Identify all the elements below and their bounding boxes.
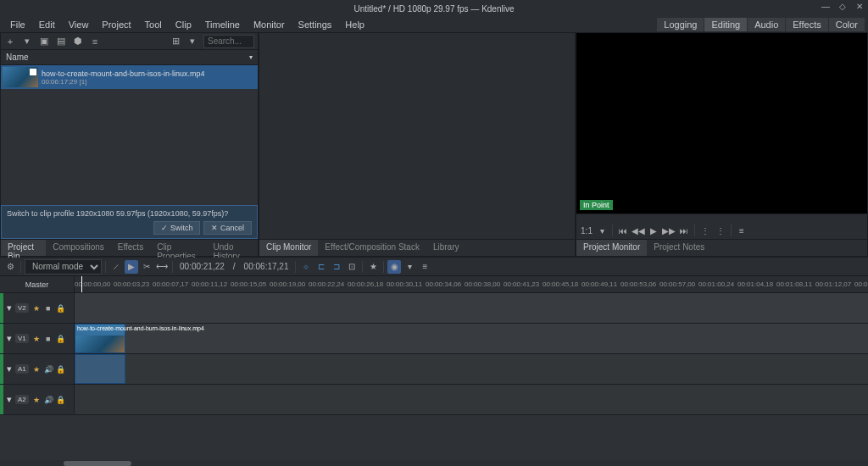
delete-icon[interactable]: ▤	[55, 36, 67, 47]
timecode-current[interactable]: 00:00:21,22	[176, 262, 228, 271]
mix-clips-icon[interactable]: ⟐	[299, 260, 313, 274]
timeline-ruler[interactable]: 00:00:00,00 00:00:03,23 00:00:07,17 00:0…	[75, 276, 868, 292]
tag-icon[interactable]: ⬢	[72, 36, 84, 47]
layout-logging[interactable]: Logging	[657, 18, 704, 31]
bin-column-header[interactable]: Name ▾	[1, 50, 258, 65]
menu-help[interactable]: Help	[338, 18, 371, 31]
lock-icon[interactable]: 🔒	[56, 335, 64, 343]
clip-monitor-view[interactable]	[259, 33, 575, 239]
skip-end-icon[interactable]: ⏭	[677, 224, 691, 237]
menu-icon[interactable]: ⋮	[698, 224, 712, 237]
tab-project-bin[interactable]: Project Bin	[1, 240, 46, 256]
hamburger-icon[interactable]: ≡	[418, 260, 431, 274]
list-icon[interactable]: ≡	[89, 36, 101, 47]
razor-tool-icon[interactable]: ✂	[140, 260, 153, 274]
timeline-scrollbar[interactable]	[0, 460, 868, 466]
edit-mode-select[interactable]: Normal mode	[25, 259, 102, 275]
add-clip-icon[interactable]: +	[4, 36, 16, 47]
clip-item[interactable]: how-to-create-mount-and-burn-isos-in-lin…	[1, 65, 258, 89]
mute-icon[interactable]: ■	[44, 304, 53, 313]
star-icon[interactable]: ★	[32, 335, 41, 343]
close-button[interactable]: ✕	[854, 2, 865, 11]
menu-file[interactable]: File	[3, 18, 32, 31]
tab-effect-stack[interactable]: Effect/Composition Stack	[318, 240, 426, 256]
rewind-icon[interactable]: ◀◀	[632, 224, 645, 237]
star-icon[interactable]: ★	[32, 396, 41, 404]
tab-project-notes[interactable]: Project Notes	[647, 240, 711, 256]
track-tool-icon[interactable]: ⟋	[109, 260, 123, 274]
speaker-icon[interactable]: 🔊	[44, 365, 53, 374]
track-content[interactable]	[75, 354, 868, 384]
forward-icon[interactable]: ▶▶	[662, 224, 676, 237]
tab-clip-properties[interactable]: Clip Properties	[150, 240, 206, 256]
mute-icon[interactable]: ■	[44, 335, 53, 343]
layout-audio[interactable]: Audio	[748, 18, 785, 31]
cancel-button[interactable]: ✕ Cancel	[203, 221, 252, 235]
tab-effects[interactable]: Effects	[111, 240, 150, 256]
selection-tool-icon[interactable]: ▶	[125, 260, 138, 274]
search-input[interactable]	[203, 35, 254, 48]
chevron-down-icon[interactable]: ▾	[595, 224, 609, 237]
menu-settings[interactable]: Settings	[292, 18, 339, 31]
minimize-button[interactable]: —	[821, 2, 831, 11]
menu-edit[interactable]: Edit	[32, 18, 62, 31]
track-header[interactable]: ▾ A2 ★ 🔊 🔒	[0, 385, 75, 414]
master-track-header[interactable]: Master	[0, 276, 75, 292]
hamburger-icon[interactable]: ≡	[735, 224, 748, 237]
menu-monitor[interactable]: Monitor	[247, 18, 292, 31]
speaker-icon[interactable]: 🔊	[44, 396, 53, 404]
menu-timeline[interactable]: Timeline	[198, 18, 247, 31]
zone-end-icon[interactable]: ⊐	[330, 260, 343, 274]
maximize-button[interactable]: ◇	[837, 2, 848, 11]
expand-icon[interactable]: ▾	[7, 333, 12, 344]
track-content[interactable]	[75, 385, 868, 414]
skip-start-icon[interactable]: ⏮	[616, 224, 630, 237]
monitor-view[interactable]: In Point	[576, 33, 867, 214]
lock-icon[interactable]: 🔒	[56, 396, 64, 404]
expand-icon[interactable]: ▾	[7, 363, 12, 374]
zoom-level[interactable]: 1:1	[580, 224, 593, 237]
overwrite-icon[interactable]: ⊡	[345, 260, 359, 274]
view-mode-icon[interactable]: ⊞	[170, 36, 181, 47]
zone-start-icon[interactable]: ⊏	[314, 260, 328, 274]
timeline-clip[interactable]: how-to-create-mount-and-burn-isos-in-lin…	[75, 324, 125, 353]
chevron-down-icon[interactable]: ▾	[186, 36, 198, 47]
tab-compositions[interactable]: Compositions	[46, 240, 111, 256]
chevron-down-icon[interactable]: ▾	[249, 53, 253, 61]
layout-editing[interactable]: Editing	[704, 18, 747, 31]
chevron-down-icon[interactable]: ▾	[21, 36, 33, 47]
track-content[interactable]: how-to-create-mount-and-burn-isos-in-lin…	[75, 324, 868, 353]
menu-project[interactable]: Project	[95, 18, 137, 31]
star-icon[interactable]: ★	[32, 304, 41, 313]
favorite-icon[interactable]: ★	[366, 260, 380, 274]
menu-tool[interactable]: Tool	[138, 18, 169, 31]
timeline-audio-clip[interactable]	[75, 354, 125, 384]
chevron-down-icon[interactable]: ▾	[403, 260, 416, 274]
track-header[interactable]: ▾ V1 ★ ■ 🔒	[0, 324, 75, 353]
track-content[interactable]	[75, 293, 868, 323]
scroll-thumb[interactable]	[64, 461, 131, 466]
lock-icon[interactable]: 🔒	[56, 365, 64, 374]
monitor-ruler[interactable]	[576, 214, 867, 222]
bin-content[interactable]: how-to-create-mount-and-burn-isos-in-lin…	[1, 65, 258, 239]
switch-button[interactable]: ✓ Switch	[153, 221, 200, 235]
star-icon[interactable]: ★	[32, 365, 41, 374]
layout-effects[interactable]: Effects	[786, 18, 827, 31]
options-icon[interactable]: ⋮	[714, 224, 727, 237]
expand-icon[interactable]: ▾	[7, 302, 12, 313]
tab-project-monitor[interactable]: Project Monitor	[576, 240, 647, 256]
folder-icon[interactable]: ▣	[38, 36, 50, 47]
track-header[interactable]: ▾ A1 ★ 🔊 🔒	[0, 354, 75, 384]
tab-undo-history[interactable]: Undo History	[207, 240, 258, 256]
layout-color[interactable]: Color	[829, 18, 865, 31]
lock-icon[interactable]: 🔒	[56, 304, 64, 313]
gear-icon[interactable]: ⚙	[3, 260, 17, 274]
menu-view[interactable]: View	[62, 18, 96, 31]
track-header[interactable]: ▾ V2 ★ ■ 🔒	[0, 293, 75, 323]
preview-icon[interactable]: ◉	[387, 260, 401, 274]
menu-clip[interactable]: Clip	[169, 18, 198, 31]
playhead[interactable]	[81, 276, 82, 292]
spacer-tool-icon[interactable]: ⟷	[155, 260, 169, 274]
tab-clip-monitor[interactable]: Clip Monitor	[259, 240, 318, 256]
expand-icon[interactable]: ▾	[7, 394, 12, 405]
